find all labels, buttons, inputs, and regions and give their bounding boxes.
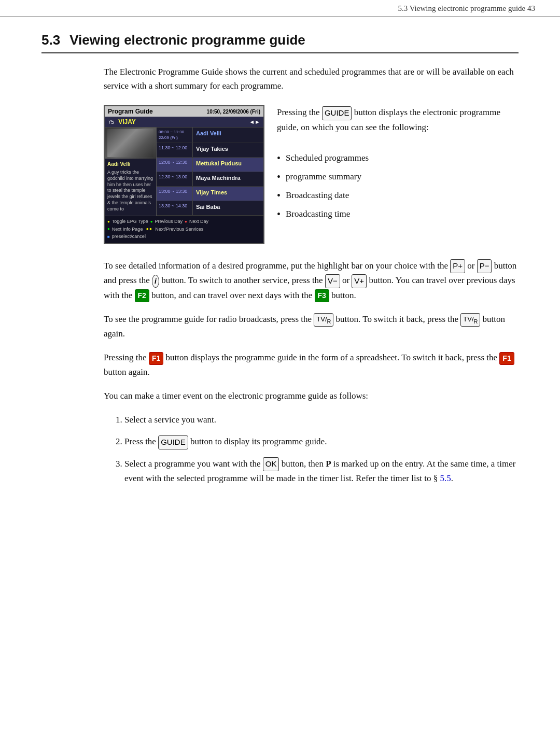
epg-program-desc: A guy tricks the godchild into marrying … [107, 170, 153, 212]
epg-right-panel: 08:30 ~ 11:3022/09 (Fri) Aadi Velli 11:3… [157, 128, 263, 216]
screenshot-section: Program Guide 10:50, 22/09/2006 (Fri) 75… [104, 105, 519, 244]
f3-key: F3 [315, 289, 329, 302]
epg-program-info: Aadi Velli A guy tricks the godchild int… [105, 159, 156, 214]
epg-slot-time: 12:30 ~ 13:00 [157, 172, 193, 186]
list-item: • Broadcasting date [277, 189, 519, 202]
body-paragraph-2: To see the programme guide for radio bro… [104, 312, 519, 341]
numbered-list-item-1: Select a service you want. [124, 413, 519, 427]
list-item-label: programme summary [286, 170, 361, 184]
section-link[interactable]: 5.5 [440, 473, 451, 483]
feature-list: • Scheduled programmes • programme summa… [277, 141, 519, 221]
section-title: Viewing electronic programme guide [69, 32, 305, 48]
epg-footer: ● Toggle EPG Type ● Previous Day ● Next … [105, 216, 263, 243]
epg-footer-text: Next Day [189, 218, 208, 226]
dot-yellow-icon: ● [107, 219, 110, 225]
epg-slot: 12:30 ~ 13:00 Maya Machindra [157, 172, 263, 187]
tv-radio-key-2: TV/R [460, 313, 480, 327]
epg-footer-row: ● Next Info Page ◄► Next/Previous Servic… [107, 226, 261, 233]
epg-slot-time: 13:30 ~ 14:30 [157, 201, 193, 215]
f1-key: F1 [149, 352, 163, 365]
numbered-list-item-2: Press the GUIDE button to display its pr… [124, 434, 519, 449]
epg-footer-text: Previous Day [155, 218, 183, 226]
bullet-icon: • [277, 207, 281, 221]
epg-prog-title: Sai Baba [193, 201, 223, 215]
epg-header-bar: Program Guide 10:50, 22/09/2006 (Fri) [105, 106, 263, 117]
epg-slot-time: 13:00 ~ 13:30 [157, 187, 193, 201]
header-text: 5.3 Viewing electronic programme guide 4… [398, 4, 535, 12]
epg-slot: 08:30 ~ 11:3022/09 (Fri) Aadi Velli [157, 128, 263, 143]
intro-paragraph: The Electronic Programme Guide shows the… [104, 65, 519, 93]
numbered-list-item-3: Select a programme you want with the OK … [124, 457, 519, 486]
dot-yellow-icon: ◄► [145, 226, 153, 232]
list-item-label: Broadcasting date [286, 189, 349, 202]
p-plus-key: P+ [450, 259, 465, 273]
bullet-icon: • [277, 151, 281, 165]
guide-key: GUIDE [322, 106, 352, 120]
epg-screenshot: Program Guide 10:50, 22/09/2006 (Fri) 75… [104, 105, 264, 244]
body-paragraph-3: Pressing the F1 button displays the prog… [104, 350, 519, 379]
epg-footer-text: preselect/cancel [112, 233, 146, 241]
epg-channel-name: VIJAY [118, 118, 136, 125]
epg-datetime: 10:50, 22/09/2006 (Fri) [207, 109, 260, 115]
list-item: • Broadcasting time [277, 207, 519, 221]
epg-slot: 13:30 ~ 14:30 Sai Baba [157, 201, 263, 216]
v-plus-key: V+ [352, 274, 367, 288]
epg-slot-time: 12:00 ~ 12:30 [157, 158, 193, 172]
f1-key-2: F1 [499, 352, 514, 365]
epg-prog-title: Vijay Times [193, 187, 230, 201]
guide-key-2: GUIDE [158, 435, 188, 449]
list-item-label: Broadcasting time [286, 207, 350, 221]
numbered-list: Select a service you want. Press the GUI… [124, 413, 519, 486]
epg-footer-row: ● Toggle EPG Type ● Previous Day ● Next … [107, 218, 261, 226]
epg-prog-title: Vijay Takies [193, 143, 231, 157]
bullet-icon: • [277, 170, 281, 184]
p-minus-key: P− [477, 259, 492, 273]
bullet-icon: • [277, 189, 281, 202]
epg-footer-text: Toggle EPG Type [112, 218, 148, 226]
info-key: i [152, 275, 159, 288]
epg-title: Program Guide [108, 108, 153, 115]
epg-prog-title: Aadi Velli [193, 128, 225, 143]
body-paragraph-1: To see detailed information of a desired… [104, 259, 519, 303]
tv-radio-key: TV/R [314, 313, 333, 327]
list-item-label: Scheduled programmes [286, 151, 369, 165]
dot-blue-icon: ■ [107, 234, 110, 240]
epg-slot: 12:00 ~ 12:30 Mettukal Pudusu [157, 158, 263, 172]
section-number: 5.3 [41, 32, 60, 48]
epg-thumb-inner [107, 129, 153, 157]
ok-key: OK [263, 457, 279, 471]
epg-program-name: Aadi Velli [107, 161, 153, 168]
list-item: • programme summary [277, 170, 519, 184]
page-header: 5.3 Viewing electronic programme guide 4… [0, 0, 560, 17]
body-paragraph-4: You can make a timer event on the electr… [104, 389, 519, 403]
dot-red-icon: ● [185, 219, 187, 225]
dot-green-icon: ● [150, 219, 153, 225]
section-heading: 5.3Viewing electronic programme guide [41, 32, 519, 53]
f2-key: F2 [135, 289, 149, 302]
epg-left-panel: Aadi Velli A guy tricks the godchild int… [105, 128, 157, 216]
epg-channel-num: 75 [108, 119, 114, 125]
epg-prog-title: Mettukal Pudusu [193, 158, 245, 172]
list-item: • Scheduled programmes [277, 151, 519, 165]
epg-nav-arrows: ◄► [249, 119, 260, 125]
p-bold: P [326, 459, 331, 469]
epg-slot-time: 08:30 ~ 11:3022/09 (Fri) [157, 128, 193, 143]
dot-green-icon: ● [107, 226, 110, 232]
epg-thumbnail [105, 128, 156, 159]
epg-footer-row: ■ preselect/cancel [107, 233, 261, 241]
pressing-guide-text: Pressing the GUIDE button displays the e… [277, 105, 519, 135]
feature-bullets: Pressing the GUIDE button displays the e… [277, 105, 519, 226]
v-minus-key: V− [325, 274, 340, 288]
epg-slot-time: 11:30 ~ 12:00 [157, 143, 193, 157]
epg-body: Aadi Velli A guy tricks the godchild int… [105, 128, 263, 216]
epg-footer-text: Next/Previous Services [155, 226, 203, 233]
epg-slot: 11:30 ~ 12:00 Vijay Takies [157, 143, 263, 158]
epg-footer-text: Next Info Page [112, 226, 143, 233]
epg-slot: 13:00 ~ 13:30 Vijay Times [157, 187, 263, 201]
epg-prog-title: Maya Machindra [193, 172, 244, 186]
epg-channel-row: 75 VIJAY ◄► [105, 117, 263, 128]
